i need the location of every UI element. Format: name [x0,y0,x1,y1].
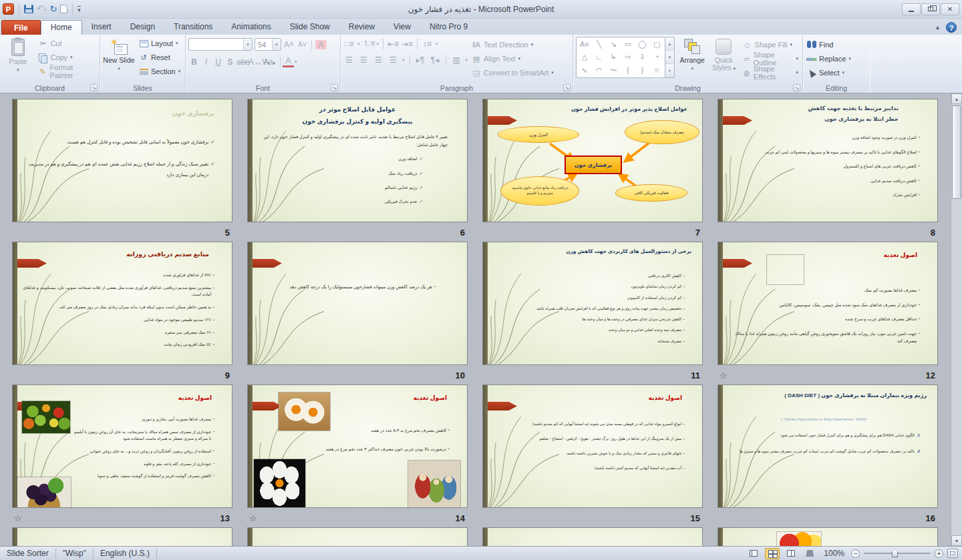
increase-indent-icon[interactable]: ⇥≡ [402,39,413,49]
tab-insert[interactable]: Insert [82,20,121,35]
zoom-slider[interactable] [864,553,931,554]
clipboard-dialog-launcher[interactable]: ↘ [90,84,98,91]
character-spacing-button[interactable]: A↔V▾ [249,57,260,67]
triangle-shape-icon[interactable]: △ [582,53,587,61]
slide-thumbnail-9[interactable]: منابع سدیم دریافتی روزانه▪۷۷٪ از غذاهای … [12,242,232,365]
slide-thumbnail-partial[interactable] [247,527,468,546]
minimize-button[interactable] [902,3,921,15]
tab-home[interactable]: Home [41,20,82,35]
tab-view[interactable]: View [384,20,420,35]
paste-button[interactable]: Paste▾ [3,37,33,73]
change-case-button[interactable]: Aa▾ [261,57,278,67]
text-box-shape-icon[interactable]: A≡ [580,41,589,48]
drawing-dialog-launcher[interactable]: ↘ [793,84,800,91]
format-painter-button[interactable]: ✎Format Painter [37,65,97,78]
pie-shape-icon[interactable]: ◔ [655,53,659,61]
fit-to-window-icon[interactable] [947,549,958,558]
shape-outline-button[interactable]: ▱Shape Outline▾ [742,52,800,65]
quick-styles-button[interactable]: Quick Styles ▾ [709,37,738,72]
slide-thumbnail-16[interactable]: رژیم ویژه بیماران مبتلا به پرفشاری خون (… [717,384,938,508]
undo-icon[interactable]: ↶▾ [37,4,46,15]
font-color-button[interactable]: A [283,56,294,67]
close-button[interactable]: ✕ [941,3,959,15]
zoom-slider-thumb[interactable] [892,549,898,557]
line-shape-icon[interactable]: ╲ [597,41,601,48]
save-icon[interactable] [24,5,33,13]
cut-button[interactable]: ✂Cut [37,37,97,50]
paragraph-dialog-launcher[interactable]: ↘ [563,84,571,91]
arrange-button[interactable]: Arrange▾ [678,37,706,72]
align-right-icon[interactable]: ☰ [373,55,384,65]
align-center-icon[interactable]: ☰ [358,55,369,65]
line-spacing-icon[interactable]: ↕≡ [422,39,433,49]
slide-thumbnail-8[interactable]: تدابیر مرتبط با تغذیه جهت کاهشخطر ابتلا … [717,99,938,222]
ltr-direction-icon[interactable]: ▸¶ [415,55,426,65]
select-button[interactable]: Select▾ [806,66,867,79]
text-direction-button[interactable]: ‖AText Direction▾ [470,38,555,51]
slide-show-button[interactable] [802,548,817,559]
scrollbar-thumb[interactable] [952,105,961,199]
elbow-connector-shape-icon[interactable]: ∟ [595,53,603,61]
arc-shape-icon[interactable]: ◠ [596,67,603,74]
elbow-arrow-connector-shape-icon[interactable]: ↳ [611,53,617,61]
section-button[interactable]: Section▾ [138,65,182,78]
slide-thumbnail-7[interactable]: عوامل اصلاح پذیر موثر در افزایش فشار خون… [482,99,703,222]
arrow-shape-icon[interactable]: ↘ [611,41,617,48]
oval-shape-icon[interactable]: ◯ [638,41,646,48]
decrease-indent-icon[interactable]: ⇤≡ [387,39,399,49]
columns-icon[interactable]: ▥ [451,55,462,65]
slide-thumbnail-partial[interactable] [717,527,938,546]
redo-icon[interactable]: ↻ [49,5,57,14]
reset-button[interactable]: ↺Reset [138,51,182,64]
slide-thumbnail-15[interactable]: اصول تغذیه▪انواع کنسرو مواد غذایی که در … [482,384,703,508]
right-brace-shape-icon[interactable]: } [641,67,644,74]
align-text-button[interactable]: ▤Align Text▾ [470,52,555,65]
restore-button[interactable] [921,3,940,15]
shapes-gallery[interactable]: A≡╲↘▭◯▢△∟↳⇨⇩◔∿◠〜{}☆ [576,37,665,78]
help-icon[interactable]: ? [946,22,957,33]
minimize-ribbon-icon[interactable]: ▲ [935,24,941,31]
slide-thumbnail-13[interactable]: اصول تغذیه▪مصرف غذاها بصورت آبپز، بخارپز… [12,384,232,508]
slide-thumbnail-5[interactable]: پرفشاری خون✓پرفشاری خون معمولاً به اسانی… [12,99,232,222]
tab-transitions[interactable]: Transitions [164,20,222,35]
slide-thumbnail-partial[interactable] [12,527,232,546]
align-left-icon[interactable]: ☰ [343,55,355,65]
scroll-down-icon[interactable]: ▼ [951,535,962,546]
rounded-rectangle-shape-icon[interactable]: ▢ [653,41,660,48]
normal-view-button[interactable] [746,548,761,559]
shrink-font-icon[interactable]: A˅ [297,41,308,48]
underline-button[interactable]: U [212,57,224,67]
replace-button[interactable]: abacReplace▾ [806,52,867,65]
slide-thumbnail-6[interactable]: عوامل قابل اصلاح موثر درپیشگیری اولیه و … [247,99,468,222]
scribble-shape-icon[interactable]: ∿ [581,67,587,74]
italic-button[interactable]: I [200,57,212,67]
qat-customize-dropdown[interactable]: ▾ [77,6,81,13]
numbering-icon[interactable]: ⒈≡ [363,38,374,49]
left-brace-shape-icon[interactable]: { [627,67,629,74]
strikethrough-button[interactable]: abe [236,57,248,67]
tab-nitro-pro[interactable]: Nitro Pro 9 [420,20,477,35]
curve-shape-icon[interactable]: 〜 [610,67,617,74]
slide-thumbnail-partial[interactable] [482,527,703,546]
shape-fill-button[interactable]: ◇Shape Fill▾ [742,38,800,51]
rectangle-shape-icon[interactable]: ▭ [625,41,631,48]
slide-thumbnail-12[interactable]: اصول تغذیه▪مصرف غذاها بصورت کم نمک▪خوددا… [717,242,938,365]
justify-icon[interactable]: ☰ [387,55,399,65]
slide-sorter-view-button[interactable] [765,548,780,559]
new-document-icon[interactable] [60,5,67,13]
tab-file[interactable]: File [1,20,41,35]
text-shadow-button[interactable]: S [224,57,236,67]
tab-design[interactable]: Design [121,20,164,35]
reading-view-button[interactable] [784,548,798,559]
zoom-out-icon[interactable]: − [851,549,860,558]
shape-effects-button[interactable]: ◍Shape Effects▾ [742,66,800,79]
bold-button[interactable]: B [188,57,200,67]
language-label[interactable]: English (U.S.) [94,549,157,559]
powerpoint-app-icon[interactable]: P [3,3,14,15]
zoom-in-icon[interactable]: + [935,549,943,558]
find-button[interactable]: Find [806,38,867,51]
star-shape-icon[interactable]: ☆ [653,67,660,74]
font-name-combobox[interactable]: ▾ [188,38,253,51]
slide-thumbnail-14[interactable]: اصول تغذیه▪کاهش مصرف تخم مرغ به ۴-۵ عدد … [247,384,468,508]
font-size-combobox[interactable]: 54▾ [255,38,281,51]
